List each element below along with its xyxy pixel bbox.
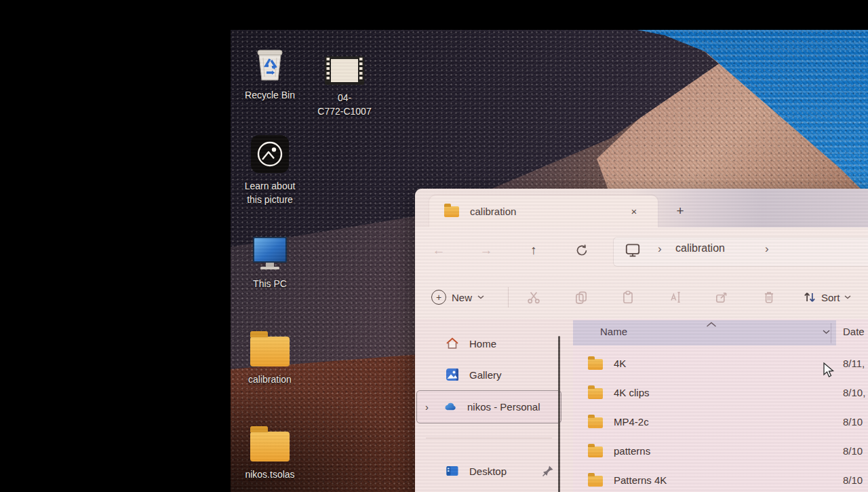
expand-chevron-icon[interactable]: ›	[425, 401, 429, 413]
column-divider[interactable]	[831, 323, 831, 343]
user-folder-icon	[250, 432, 290, 461]
gallery-icon	[445, 367, 460, 382]
desktop-icon-label: nikos.tsolas	[245, 468, 294, 481]
desktop-icon-label: Recycle Bin	[245, 88, 295, 102]
chevron-down-icon	[477, 295, 484, 299]
plus-circle-icon: +	[431, 290, 446, 305]
sidebar-item-home[interactable]: Home	[419, 330, 555, 356]
desktop-icon-this-pc[interactable]: This PC	[231, 235, 311, 290]
sidebar-divider	[426, 438, 552, 438]
paste-button[interactable]	[618, 288, 637, 307]
new-tab-button[interactable]: +	[671, 202, 689, 220]
tab-bar: calibration × +	[415, 189, 868, 227]
toolbar-divider	[508, 287, 509, 307]
file-list-pane: Name Date 4K 8/11, 4K clips 8/10,	[573, 319, 868, 492]
cut-button[interactable]	[524, 288, 543, 307]
tab-title: calibration	[470, 206, 516, 217]
desktop-icon-user-folder[interactable]: nikos.tsolas	[231, 432, 311, 481]
column-header-name[interactable]: Name	[573, 320, 836, 345]
back-button[interactable]: ←	[429, 240, 449, 261]
learn-about-picture-icon	[251, 135, 289, 173]
folder-icon	[250, 337, 290, 366]
desktop-icon-recycle-bin[interactable]: Recycle Bin	[231, 44, 311, 102]
photo-of-monitor: { "desktop": { "icons": [ {"icon": "recy…	[0, 0, 868, 492]
sidebar-item-desktop[interactable]: Desktop	[419, 458, 555, 484]
column-header-date[interactable]: Date	[843, 326, 865, 337]
explorer-body: Home Gallery ›	[415, 319, 868, 492]
monitor-screen: Recycle Bin 04- C772-C1007	[231, 30, 868, 492]
refresh-button[interactable]	[572, 240, 592, 261]
folder-icon	[588, 388, 603, 399]
folder-icon	[588, 447, 603, 457]
scissors-icon	[526, 290, 541, 305]
sort-button[interactable]: Sort	[802, 286, 851, 308]
share-button[interactable]	[712, 288, 731, 307]
mouse-cursor	[823, 362, 838, 379]
explorer-tab-calibration[interactable]: calibration ×	[429, 195, 658, 227]
breadcrumb-separator[interactable]: ›	[765, 242, 769, 256]
file-explorer-window: calibration × + ← → ↑ ›	[415, 189, 868, 492]
sidebar-item-gallery[interactable]: Gallery	[419, 362, 555, 387]
file-row[interactable]: MP4-2c 8/10	[573, 409, 868, 438]
file-row[interactable]: patterns 8/10	[573, 438, 868, 467]
delete-button[interactable]	[760, 288, 778, 307]
file-row[interactable]: Patterns 4K 8/10	[573, 467, 868, 492]
rename-icon	[667, 290, 682, 305]
folder-icon	[444, 206, 459, 217]
breadcrumb-root-this-pc[interactable]	[623, 240, 643, 261]
forward-button[interactable]: →	[476, 240, 496, 261]
video-file-icon	[325, 56, 364, 85]
copy-button[interactable]	[572, 288, 591, 307]
copy-icon	[574, 290, 589, 305]
command-toolbar: + New	[415, 275, 868, 320]
chevron-down-icon[interactable]	[823, 330, 830, 335]
clipboard-icon	[620, 290, 635, 305]
breadcrumb-separator: ›	[658, 242, 662, 256]
tab-close-button[interactable]: ×	[625, 202, 643, 220]
sidebar-item-onedrive-personal[interactable]: › nikos - Personal	[416, 390, 561, 423]
sort-ascending-icon	[706, 322, 717, 327]
desktop-icon-label: This PC	[253, 277, 287, 290]
monitor-icon	[624, 242, 642, 259]
recycle-bin-icon	[252, 44, 288, 82]
desktop-icon-calibration-folder[interactable]: calibration	[231, 337, 311, 386]
navigation-pane: Home Gallery ›	[415, 319, 573, 492]
desktop-icon-label: Learn about this picture	[245, 179, 296, 206]
address-bar[interactable]	[613, 237, 868, 267]
desktop-icon-learn-about-picture[interactable]: Learn about this picture	[231, 135, 311, 206]
desktop-icon-video-file[interactable]: 04- C772-C1007	[304, 56, 385, 118]
desktop-monitor-icon	[445, 463, 460, 478]
onedrive-cloud-icon	[443, 400, 458, 415]
sort-arrows-icon	[802, 290, 817, 305]
share-icon	[714, 290, 729, 305]
folder-icon	[588, 476, 603, 487]
sidebar-scrollbar[interactable]	[558, 336, 560, 492]
up-button[interactable]: ↑	[524, 240, 544, 261]
chevron-down-icon	[844, 295, 851, 299]
file-row[interactable]: 4K clips 8/10,	[573, 379, 868, 409]
desktop-icon-label: calibration	[248, 373, 292, 386]
this-pc-icon	[251, 235, 289, 271]
rename-button[interactable]	[665, 288, 684, 307]
desktop-icon-label: 04- C772-C1007	[317, 91, 371, 118]
navigation-bar: ← → ↑ › calibration ›	[415, 227, 868, 275]
home-icon	[445, 336, 460, 351]
folder-icon	[588, 417, 603, 428]
refresh-icon	[574, 243, 589, 258]
pin-icon	[541, 464, 555, 478]
folder-icon	[588, 359, 603, 370]
breadcrumb-item-calibration[interactable]: calibration	[675, 242, 725, 254]
new-button[interactable]: + New	[431, 286, 484, 308]
trash-icon	[762, 290, 776, 305]
